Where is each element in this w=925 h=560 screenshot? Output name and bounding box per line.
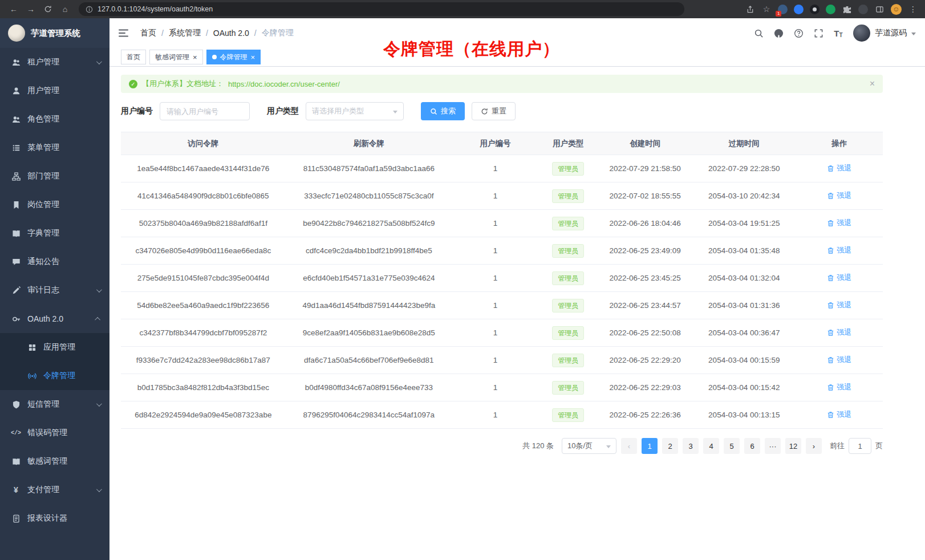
breadcrumb-item[interactable]: 首页 xyxy=(140,28,156,38)
sidebar-item-sms[interactable]: 短信管理 xyxy=(0,390,109,419)
page-size-select[interactable]: 10条/页 xyxy=(562,438,616,454)
pagination-page-2[interactable]: 2 xyxy=(662,438,678,454)
pagination-goto: 前往 页 xyxy=(830,438,883,454)
user-type-select[interactable]: 请选择用户类型 xyxy=(306,102,404,120)
extension-badge: 1 xyxy=(776,11,781,17)
browser-menu-icon[interactable]: ⋮ xyxy=(908,4,918,14)
tab-sensitive-word[interactable]: 敏感词管理× xyxy=(149,50,203,64)
force-logout-button[interactable]: 强退 xyxy=(827,273,851,283)
extension-icon[interactable] xyxy=(794,5,804,14)
code-icon: </> xyxy=(11,428,21,437)
sidebar-item-post[interactable]: 岗位管理 xyxy=(0,190,109,219)
force-logout-button[interactable]: 强退 xyxy=(827,190,851,201)
sidebar-item-user[interactable]: 用户管理 xyxy=(0,76,109,105)
pagination-page-5[interactable]: 5 xyxy=(724,438,740,454)
extensions-puzzle-icon[interactable] xyxy=(842,4,852,14)
sidebar-item-notice[interactable]: 通知公告 xyxy=(0,247,109,276)
cell-user-id: 1 xyxy=(452,292,538,319)
sidebar-item-tenant[interactable]: 租户管理 xyxy=(0,48,109,76)
force-logout-button[interactable]: 强退 xyxy=(827,355,851,365)
cell-refresh-token: 49d1aa46d1454fbd87591444423be9fa xyxy=(286,292,453,319)
extension-icon[interactable]: 1 xyxy=(778,5,788,14)
sidebar-item-label: 用户管理 xyxy=(27,86,59,96)
side-panel-icon[interactable] xyxy=(874,4,885,14)
table-row: 6d842e2924594de9a09e45e087323abe8796295f… xyxy=(121,401,883,429)
alert-text: 【用户体系】文档地址： xyxy=(142,79,224,89)
breadcrumb-item[interactable]: 系统管理 xyxy=(169,28,201,38)
pagination-prev-button[interactable]: ‹ xyxy=(621,438,637,454)
force-logout-button[interactable]: 强退 xyxy=(827,382,851,392)
address-bar[interactable]: 127.0.0.1:1024/system/oauth2/token xyxy=(79,2,684,16)
sidebar-item-dept[interactable]: 部门管理 xyxy=(0,162,109,190)
font-size-icon[interactable]: TT xyxy=(833,28,843,38)
user-icon xyxy=(11,86,21,95)
extension-icon[interactable] xyxy=(858,5,868,14)
sidebar-item-dict[interactable]: 字典管理 xyxy=(0,219,109,247)
sidebar-item-role[interactable]: 角色管理 xyxy=(0,105,109,133)
user-type-tag: 管理员 xyxy=(552,354,584,367)
force-logout-button[interactable]: 强退 xyxy=(827,245,851,255)
table-row: 1ea5e44f8bc1467aaede43144f31de76811c5304… xyxy=(121,155,883,182)
sidebar-item-menu[interactable]: 菜单管理 xyxy=(0,133,109,162)
breadcrumb-separator: / xyxy=(161,29,164,38)
sidebar-item-pay[interactable]: ¥支付管理 xyxy=(0,476,109,504)
github-icon[interactable] xyxy=(773,28,784,38)
cell-user-id: 1 xyxy=(452,374,538,401)
book-icon xyxy=(11,457,21,466)
site-info-icon[interactable] xyxy=(86,6,93,13)
user-type-label: 用户类型 xyxy=(267,106,299,116)
force-logout-button[interactable]: 强退 xyxy=(827,327,851,338)
browser-forward-icon[interactable]: → xyxy=(24,2,38,16)
browser-profile-avatar[interactable]: ☺ xyxy=(891,4,902,15)
pagination-page-3[interactable]: 3 xyxy=(683,438,699,454)
tab-home[interactable]: 首页 xyxy=(121,50,146,64)
alert-close-icon[interactable]: × xyxy=(870,79,875,88)
force-logout-button[interactable]: 强退 xyxy=(827,163,851,173)
reset-button[interactable]: 重置 xyxy=(472,102,516,120)
user-id-input[interactable] xyxy=(160,102,250,120)
sidebar-item-sensitive-word[interactable]: 敏感词管理 xyxy=(0,447,109,476)
fullscreen-icon[interactable] xyxy=(813,28,823,38)
pagination-page-12[interactable]: 12 xyxy=(785,438,801,454)
pagination-page-4[interactable]: 4 xyxy=(703,438,719,454)
pagination-pages: 123456···12 xyxy=(642,438,801,454)
force-logout-button[interactable]: 强退 xyxy=(827,300,851,310)
tab-oauth2-token[interactable]: 令牌管理× xyxy=(206,50,261,64)
bookmark-star-icon[interactable]: ☆ xyxy=(761,4,772,14)
cell-user-type: 管理员 xyxy=(538,292,598,319)
pagination-page-1[interactable]: 1 xyxy=(642,438,658,454)
search-button[interactable]: 搜索 xyxy=(421,102,465,120)
app-logo[interactable]: 芋道管理系统 xyxy=(0,18,109,48)
force-logout-button[interactable]: 强退 xyxy=(827,218,851,228)
tab-close-icon[interactable]: × xyxy=(251,54,255,61)
doc-link[interactable]: https://doc.iocoder.cn/user-center/ xyxy=(228,80,340,88)
extension-icon[interactable] xyxy=(810,5,819,14)
cell-expire-time: 2054-03-04 01:35:48 xyxy=(692,237,796,265)
browser-reload-icon[interactable] xyxy=(41,2,55,16)
force-logout-button[interactable]: 强退 xyxy=(827,409,851,420)
share-icon[interactable] xyxy=(745,4,755,14)
pagination-more-button[interactable]: ··· xyxy=(765,438,781,454)
collapse-menu-icon[interactable] xyxy=(119,29,129,38)
sidebar-item-audit-log[interactable]: 审计日志 xyxy=(0,276,109,305)
cell-expire-time: 2022-07-29 22:28:50 xyxy=(692,155,796,182)
pagination-next-button[interactable]: › xyxy=(806,438,822,454)
cell-access-token: 54d6be82ee5a460a9aedc1f9bf223656 xyxy=(121,292,286,319)
sidebar-item-oauth2-app[interactable]: 应用管理 xyxy=(0,333,109,362)
browser-back-icon[interactable]: ← xyxy=(7,2,21,16)
tab-close-icon[interactable]: × xyxy=(193,54,197,61)
sidebar-item-error-code[interactable]: </>错误码管理 xyxy=(0,419,109,447)
pagination-page-6[interactable]: 6 xyxy=(744,438,760,454)
sidebar-item-report[interactable]: 报表设计器 xyxy=(0,504,109,533)
cell-user-type: 管理员 xyxy=(538,401,598,429)
app-title: 芋道管理系统 xyxy=(31,28,80,39)
user-menu[interactable]: 芋道源码 xyxy=(853,25,916,42)
search-icon[interactable] xyxy=(753,28,764,38)
extension-icon[interactable] xyxy=(826,5,835,14)
browser-home-icon[interactable]: ⌂ xyxy=(58,2,72,16)
breadcrumb-item[interactable]: OAuth 2.0 xyxy=(213,29,249,38)
sidebar-item-oauth2-token[interactable]: 令牌管理 xyxy=(0,362,109,390)
help-icon[interactable] xyxy=(793,28,804,38)
goto-page-input[interactable] xyxy=(849,438,871,454)
sidebar-item-oauth2[interactable]: OAuth 2.0 xyxy=(0,305,109,333)
